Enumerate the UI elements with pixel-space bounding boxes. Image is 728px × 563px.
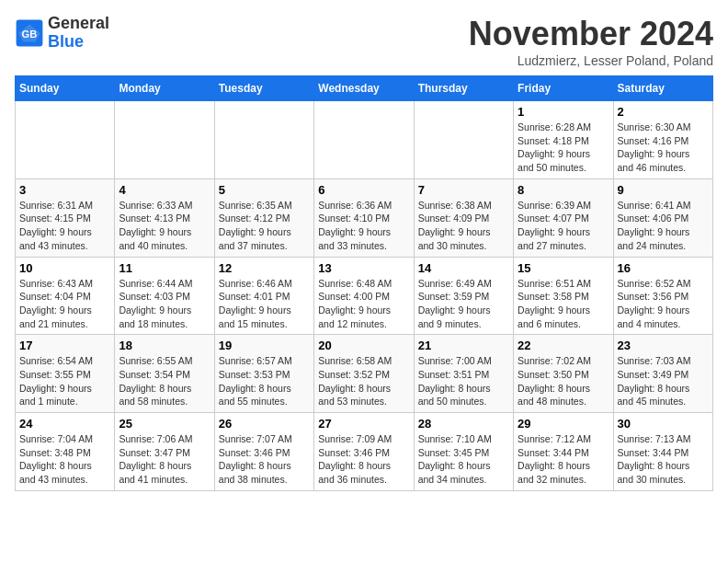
day-number: 8: [518, 183, 609, 197]
header-saturday: Saturday: [613, 76, 712, 101]
logo: GB General Blue: [15, 15, 109, 52]
day-cell: 2Sunrise: 6:30 AM Sunset: 4:16 PM Daylig…: [613, 101, 712, 179]
month-title: November 2024: [469, 15, 713, 53]
day-number: 10: [19, 261, 110, 275]
day-info-text: Sunrise: 6:38 AM Sunset: 4:09 PM Dayligh…: [418, 199, 509, 253]
day-cell: 21Sunrise: 7:00 AM Sunset: 3:51 PM Dayli…: [414, 335, 513, 413]
day-info-text: Sunrise: 6:51 AM Sunset: 3:58 PM Dayligh…: [518, 277, 609, 331]
day-cell: 28Sunrise: 7:10 AM Sunset: 3:45 PM Dayli…: [414, 413, 513, 491]
day-cell: 16Sunrise: 6:52 AM Sunset: 3:56 PM Dayli…: [613, 257, 712, 335]
day-number: 19: [219, 339, 310, 352]
day-info-text: Sunrise: 7:06 AM Sunset: 3:47 PM Dayligh…: [119, 432, 210, 487]
day-number: 12: [219, 261, 310, 275]
location-subtitle: Ludzmierz, Lesser Poland, Poland: [469, 53, 713, 68]
day-cell: 14Sunrise: 6:49 AM Sunset: 3:59 PM Dayli…: [414, 257, 513, 335]
day-cell: 22Sunrise: 7:02 AM Sunset: 3:50 PM Dayli…: [514, 335, 613, 413]
day-cell: 4Sunrise: 6:33 AM Sunset: 4:13 PM Daylig…: [115, 178, 214, 257]
day-cell: 17Sunrise: 6:54 AM Sunset: 3:55 PM Dayli…: [16, 335, 115, 413]
day-info-text: Sunrise: 6:35 AM Sunset: 4:12 PM Dayligh…: [219, 199, 310, 253]
day-info-text: Sunrise: 6:28 AM Sunset: 4:18 PM Dayligh…: [518, 121, 609, 175]
day-cell: [314, 101, 414, 179]
week-row-2: 3Sunrise: 6:31 AM Sunset: 4:15 PM Daylig…: [16, 178, 713, 257]
day-number: 7: [418, 183, 509, 197]
day-info-text: Sunrise: 6:58 AM Sunset: 3:52 PM Dayligh…: [318, 354, 409, 408]
day-number: 21: [418, 339, 509, 352]
day-info-text: Sunrise: 7:00 AM Sunset: 3:51 PM Dayligh…: [418, 354, 509, 408]
day-info-text: Sunrise: 6:46 AM Sunset: 4:01 PM Dayligh…: [219, 277, 310, 331]
day-cell: 13Sunrise: 6:48 AM Sunset: 4:00 PM Dayli…: [314, 257, 414, 335]
day-info-text: Sunrise: 6:31 AM Sunset: 4:15 PM Dayligh…: [19, 199, 110, 253]
day-cell: 24Sunrise: 7:04 AM Sunset: 3:48 PM Dayli…: [16, 413, 115, 491]
day-info-text: Sunrise: 7:07 AM Sunset: 3:46 PM Dayligh…: [219, 432, 310, 487]
day-cell: 11Sunrise: 6:44 AM Sunset: 4:03 PM Dayli…: [115, 257, 214, 335]
day-cell: 18Sunrise: 6:55 AM Sunset: 3:54 PM Dayli…: [115, 335, 214, 413]
day-number: 1: [518, 105, 609, 119]
day-info-text: Sunrise: 6:55 AM Sunset: 3:54 PM Dayligh…: [119, 354, 210, 408]
logo-blue-text: Blue: [48, 32, 84, 51]
logo-general-text: General: [48, 14, 109, 32]
day-number: 14: [418, 261, 509, 275]
day-number: 9: [618, 183, 709, 197]
day-info-text: Sunrise: 6:54 AM Sunset: 3:55 PM Dayligh…: [19, 354, 110, 408]
day-info-text: Sunrise: 6:44 AM Sunset: 4:03 PM Dayligh…: [119, 277, 210, 331]
header-sunday: Sunday: [16, 76, 115, 101]
day-cell: [16, 101, 115, 179]
day-info-text: Sunrise: 7:02 AM Sunset: 3:50 PM Dayligh…: [518, 354, 609, 408]
day-info-text: Sunrise: 7:03 AM Sunset: 3:49 PM Dayligh…: [618, 354, 709, 408]
day-cell: 19Sunrise: 6:57 AM Sunset: 3:53 PM Dayli…: [214, 335, 313, 413]
day-number: 3: [19, 183, 110, 197]
header-tuesday: Tuesday: [214, 76, 313, 101]
day-cell: 10Sunrise: 6:43 AM Sunset: 4:04 PM Dayli…: [16, 257, 115, 335]
day-cell: 1Sunrise: 6:28 AM Sunset: 4:18 PM Daylig…: [514, 101, 613, 179]
day-cell: 7Sunrise: 6:38 AM Sunset: 4:09 PM Daylig…: [414, 178, 513, 257]
day-info-text: Sunrise: 7:04 AM Sunset: 3:48 PM Dayligh…: [19, 432, 110, 487]
day-cell: 5Sunrise: 6:35 AM Sunset: 4:12 PM Daylig…: [214, 178, 313, 257]
day-cell: 23Sunrise: 7:03 AM Sunset: 3:49 PM Dayli…: [613, 335, 712, 413]
header-friday: Friday: [514, 76, 613, 101]
day-cell: 29Sunrise: 7:12 AM Sunset: 3:44 PM Dayli…: [514, 413, 613, 491]
day-cell: 30Sunrise: 7:13 AM Sunset: 3:44 PM Dayli…: [613, 413, 712, 491]
day-info-text: Sunrise: 7:13 AM Sunset: 3:44 PM Dayligh…: [618, 432, 709, 487]
day-number: 16: [618, 261, 709, 275]
day-cell: 3Sunrise: 6:31 AM Sunset: 4:15 PM Daylig…: [16, 178, 115, 257]
day-info-text: Sunrise: 6:57 AM Sunset: 3:53 PM Dayligh…: [219, 354, 310, 408]
day-number: 5: [219, 183, 310, 197]
day-number: 20: [318, 339, 409, 352]
week-row-3: 10Sunrise: 6:43 AM Sunset: 4:04 PM Dayli…: [16, 257, 713, 335]
day-cell: 6Sunrise: 6:36 AM Sunset: 4:10 PM Daylig…: [314, 178, 414, 257]
day-cell: 8Sunrise: 6:39 AM Sunset: 4:07 PM Daylig…: [514, 178, 613, 257]
day-cell: 9Sunrise: 6:41 AM Sunset: 4:06 PM Daylig…: [613, 178, 712, 257]
day-number: 29: [518, 417, 609, 431]
day-info-text: Sunrise: 6:43 AM Sunset: 4:04 PM Dayligh…: [19, 277, 110, 331]
week-row-5: 24Sunrise: 7:04 AM Sunset: 3:48 PM Dayli…: [16, 413, 713, 491]
day-cell: 25Sunrise: 7:06 AM Sunset: 3:47 PM Dayli…: [115, 413, 214, 491]
day-info-text: Sunrise: 6:36 AM Sunset: 4:10 PM Dayligh…: [318, 199, 409, 253]
day-number: 13: [318, 261, 409, 275]
day-info-text: Sunrise: 6:48 AM Sunset: 4:00 PM Dayligh…: [318, 277, 409, 331]
day-info-text: Sunrise: 6:49 AM Sunset: 3:59 PM Dayligh…: [418, 277, 509, 331]
header-thursday: Thursday: [414, 76, 513, 101]
header-monday: Monday: [115, 76, 214, 101]
day-cell: [214, 101, 313, 179]
header-wednesday: Wednesday: [314, 76, 414, 101]
day-number: 23: [618, 339, 709, 352]
day-number: 25: [119, 417, 210, 431]
day-number: 28: [418, 417, 509, 431]
svg-text:GB: GB: [22, 29, 38, 40]
week-row-4: 17Sunrise: 6:54 AM Sunset: 3:55 PM Dayli…: [16, 335, 713, 413]
day-info-text: Sunrise: 6:52 AM Sunset: 3:56 PM Dayligh…: [618, 277, 709, 331]
weekday-header-row: Sunday Monday Tuesday Wednesday Thursday…: [16, 76, 713, 101]
logo-icon: GB: [15, 18, 44, 48]
header: GB General Blue November 2024 Ludzmierz,…: [15, 15, 713, 68]
calendar-table: Sunday Monday Tuesday Wednesday Thursday…: [15, 75, 713, 491]
day-number: 26: [219, 417, 310, 431]
day-cell: 26Sunrise: 7:07 AM Sunset: 3:46 PM Dayli…: [214, 413, 313, 491]
day-info-text: Sunrise: 6:39 AM Sunset: 4:07 PM Dayligh…: [518, 199, 609, 253]
day-info-text: Sunrise: 6:33 AM Sunset: 4:13 PM Dayligh…: [119, 199, 210, 253]
day-number: 17: [19, 339, 110, 352]
day-cell: [414, 101, 513, 179]
day-number: 18: [119, 339, 210, 352]
day-cell: 12Sunrise: 6:46 AM Sunset: 4:01 PM Dayli…: [214, 257, 313, 335]
day-cell: 15Sunrise: 6:51 AM Sunset: 3:58 PM Dayli…: [514, 257, 613, 335]
day-number: 27: [318, 417, 409, 431]
